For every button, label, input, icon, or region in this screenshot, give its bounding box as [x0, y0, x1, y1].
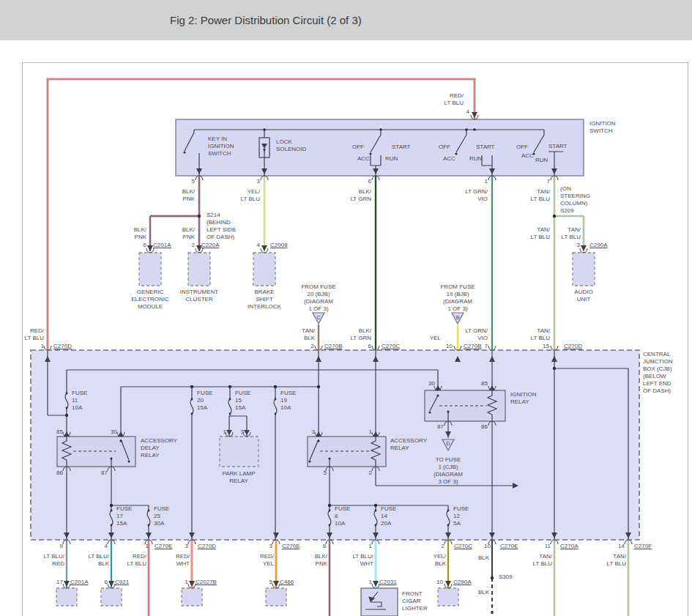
front-cigar-lighter-label: FRONT CIGAR LIGHTER	[402, 590, 428, 612]
wire-label-yel: YEL	[430, 335, 441, 342]
cjb-pin-15: 15	[543, 343, 549, 350]
pin-10b: 10	[436, 579, 443, 586]
wire-label-tan-ltblu-b1: TAN/ LT BLU	[533, 553, 552, 568]
instrument-cluster-label: INSTRUMENT CLUSTER	[180, 289, 218, 303]
wire-label-blk-pnk-cluster: BLK/ PNK	[182, 226, 195, 241]
exit-pin-9a: 9	[60, 543, 63, 550]
conn-c466-box	[266, 588, 286, 606]
wire-label-red-ltblu-cjb: RED/ LT BLU	[25, 327, 44, 342]
cjb-pin-7: 7	[485, 343, 488, 350]
pos-run-3: RUN	[535, 157, 548, 164]
pos-acc-2: ACC	[443, 155, 455, 163]
wire-label-ltblu-red: LT BLU/ RED	[43, 553, 64, 568]
pos-off-1: OFF	[352, 144, 364, 151]
park-lamp-relay-box	[220, 437, 258, 467]
wire-label-ltblu-blk: LT BLU/ BLK	[88, 553, 109, 568]
conn-c270d-top[interactable]: C270D	[53, 343, 72, 350]
wire-label-blk-1: BLK	[478, 554, 489, 562]
exit-pin-2: 2	[442, 543, 444, 550]
conn-c270e-2[interactable]: C270E	[282, 543, 300, 550]
pos-start-3: START	[548, 143, 567, 150]
conn-c270c-top[interactable]: C270C	[382, 343, 400, 350]
brake-shift-interlock-label: BRAKE SHIFT INTERLOCK	[248, 289, 281, 311]
pos-start-1: START	[392, 144, 410, 151]
exit-pin-9b: 9	[323, 543, 326, 550]
fuse-14-label: FUSE 14 20A	[381, 505, 396, 527]
acc-relay-pin-1: 1	[369, 428, 372, 436]
conn-c921-box	[101, 588, 122, 606]
acc-relay-pin-3: 3	[312, 428, 315, 436]
conn-c270d-top2[interactable]: C270D	[564, 343, 582, 350]
ad-relay-pin-85: 85	[56, 428, 63, 436]
conn-c290a[interactable]: C290A	[589, 242, 607, 249]
ign-relay-pin-87: 87	[437, 423, 444, 431]
cjb-label: CENTRAL JUNCTION BOX (CJB) (BELOW LEFT E…	[643, 351, 672, 395]
wire-label-yel-blk: YEL/ BLK	[434, 553, 446, 568]
ign-relay-pin-30: 30	[428, 380, 435, 387]
conn-c270e-3[interactable]: C270E	[500, 543, 518, 550]
conn-c2031[interactable]: C2031	[379, 579, 397, 586]
wire-label-tan-ltblu-main: TAN/ LT BLU	[531, 226, 550, 241]
wire-label-ltgrn-vio: LT GRN/ VIO	[465, 188, 488, 203]
wire-label-red-yel: RED/ YEL	[260, 553, 274, 568]
park-lamp-relay-label: PARK LAMP RELAY	[222, 470, 255, 485]
conn-c201a-box	[56, 588, 77, 606]
wire-label-ltgrn-vio-cjb: LT GRN/ VIO	[465, 327, 488, 342]
conn-c270b-2[interactable]: C270B	[464, 343, 481, 350]
wire-label-tan-ltblu-b2: TAN/ LT BLU	[607, 553, 626, 568]
park-relay-pin-1: 1	[223, 428, 226, 436]
conn-c2027b-box	[182, 588, 202, 606]
pin-1: 1	[485, 178, 488, 185]
pin-17: 17	[56, 579, 63, 586]
conn-c270f[interactable]: C270F	[634, 543, 652, 550]
triangle-b-letter: B	[456, 314, 460, 322]
key-in-ignition-label: KEY IN IGNITION SWITCH	[208, 136, 234, 157]
conn-c2008[interactable]: C2008	[270, 242, 288, 249]
exit-pin-3a: 3	[185, 543, 188, 550]
lock-solenoid-label: LOCK SOLENOID	[276, 138, 306, 153]
pin-5: 5	[192, 178, 195, 185]
conn-c270a[interactable]: C270A	[560, 543, 578, 550]
gem-label: GENERIC ELECTRONIC MODULE	[131, 289, 169, 311]
wire-label-tan-ltblu: TAN/ LT BLU	[531, 188, 550, 203]
conn-c201a-bot[interactable]: C201A	[70, 579, 88, 586]
conn-c220a[interactable]: C220A	[201, 242, 219, 249]
pos-off-2: OFF	[439, 144, 450, 151]
splice-s309: S309	[499, 574, 513, 581]
wire-label-tan-ltblu-audio: TAN/ LT BLU	[562, 226, 581, 241]
pin-c290a: 3	[577, 242, 580, 249]
conn-c466[interactable]: C466	[280, 579, 294, 586]
exit-pin-4: 4	[105, 543, 108, 550]
fuse-15-label: FUSE 15 15A	[235, 390, 250, 412]
triangle-c-letter: C	[316, 314, 320, 322]
pos-run-2: RUN	[469, 155, 482, 163]
park-relay-pin-3: 3	[241, 428, 244, 436]
conn-c270c-bot[interactable]: C270C	[454, 543, 472, 550]
accessory-relay-label: ACCESSORY RELAY	[390, 437, 427, 452]
conn-c270e-1[interactable]: C270E	[155, 543, 172, 550]
ignition-switch-label: IGNITION SWITCH	[589, 120, 616, 135]
conn-c290a-bot[interactable]: C290A	[453, 579, 471, 586]
pin-c220a: 2	[192, 242, 195, 249]
cjb-pin-2: 2	[311, 343, 314, 350]
wire-label-red-wht: RED/ WHT	[176, 553, 190, 568]
pin-1c: 1	[185, 579, 188, 586]
conn-c921[interactable]: C921	[115, 579, 129, 586]
wire-label-ltblu-wht: LT BLU/ WHT	[352, 553, 373, 568]
pos-acc-3: ACC	[521, 152, 534, 160]
wire-label-blk-pnk: BLK/ PNK	[182, 188, 195, 203]
conn-c2027b[interactable]: C2027B	[196, 579, 217, 586]
exit-pin-1a: 1	[146, 543, 149, 550]
pin-7: 7	[547, 178, 550, 185]
ad-relay-pin-87: 87	[101, 470, 108, 477]
cjb-pin-10: 10	[446, 343, 453, 350]
conn-c270d-bot[interactable]: C270D	[198, 543, 216, 550]
pin-c201a: 6	[144, 242, 146, 249]
conn-c201a[interactable]: C201A	[153, 242, 171, 249]
from-fuse-19-label: FROM FUSE 19 (BJB) (DIAGRAM 1 OF 3)	[440, 283, 475, 313]
gem-box	[139, 253, 161, 286]
pin-6b: 6	[105, 579, 108, 586]
fuse-12-label: FUSE 12 5A	[453, 505, 469, 527]
conn-c270b-1[interactable]: C270B	[324, 343, 342, 350]
pos-acc-1: ACC	[357, 155, 370, 163]
